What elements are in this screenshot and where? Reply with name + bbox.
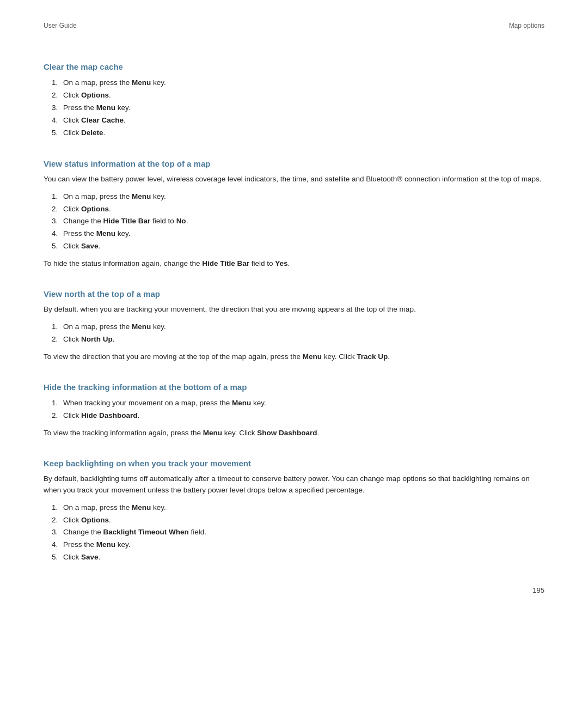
section-title-hide-tracking-info: Hide the tracking information at the bot… bbox=[44, 382, 544, 392]
step-item: Change the Backlight Timeout When field. bbox=[60, 526, 544, 539]
step-item: When tracking your movement on a map, pr… bbox=[60, 397, 544, 410]
section-intro-view-status-info: You can view the battery power level, wi… bbox=[44, 174, 544, 185]
step-item: Click Save. bbox=[60, 240, 544, 253]
section-note-view-status-info: To hide the status information again, ch… bbox=[44, 258, 544, 270]
section-note-hide-tracking-info: To view the tracking information again, … bbox=[44, 428, 544, 439]
section-view-north: View north at the top of a mapBy default… bbox=[44, 289, 544, 363]
step-item: Change the Hide Title Bar field to No. bbox=[60, 215, 544, 228]
step-item: On a map, press the Menu key. bbox=[60, 321, 544, 333]
step-item: On a map, press the Menu key. bbox=[60, 191, 544, 203]
step-item: Click Options. bbox=[60, 203, 544, 216]
section-title-clear-map-cache: Clear the map cache bbox=[44, 62, 544, 71]
section-title-view-status-info: View status information at the top of a … bbox=[44, 159, 544, 168]
section-steps-hide-tracking-info: When tracking your movement on a map, pr… bbox=[60, 397, 544, 422]
page-container: User Guide Map options Clear the map cac… bbox=[0, 0, 588, 616]
sections-container: Clear the map cacheOn a map, press the M… bbox=[44, 62, 544, 564]
section-note-view-north: To view the direction that you are movin… bbox=[44, 351, 544, 363]
section-steps-keep-backlighting: On a map, press the Menu key.Click Optio… bbox=[60, 502, 544, 564]
step-item: On a map, press the Menu key. bbox=[60, 77, 544, 89]
section-title-keep-backlighting: Keep backlighting on when you track your… bbox=[44, 459, 544, 468]
step-item: Press the Menu key. bbox=[60, 102, 544, 114]
header-right-label: Map options bbox=[509, 22, 544, 29]
section-clear-map-cache: Clear the map cacheOn a map, press the M… bbox=[44, 62, 544, 139]
section-intro-view-north: By default, when you are tracking your m… bbox=[44, 304, 544, 315]
section-view-status-info: View status information at the top of a … bbox=[44, 159, 544, 270]
step-item: Click Clear Cache. bbox=[60, 114, 544, 127]
section-keep-backlighting: Keep backlighting on when you track your… bbox=[44, 459, 544, 564]
section-steps-clear-map-cache: On a map, press the Menu key.Click Optio… bbox=[60, 77, 544, 139]
header-left-label: User Guide bbox=[44, 22, 77, 29]
section-title-view-north: View north at the top of a map bbox=[44, 289, 544, 299]
step-item: Click Delete. bbox=[60, 127, 544, 139]
step-item: Click Options. bbox=[60, 89, 544, 102]
section-steps-view-status-info: On a map, press the Menu key.Click Optio… bbox=[60, 191, 544, 253]
page-number: 195 bbox=[532, 586, 544, 594]
section-hide-tracking-info: Hide the tracking information at the bot… bbox=[44, 382, 544, 439]
step-item: Click Options. bbox=[60, 514, 544, 527]
section-steps-view-north: On a map, press the Menu key.Click North… bbox=[60, 321, 544, 346]
step-item: Press the Menu key. bbox=[60, 228, 544, 240]
step-item: On a map, press the Menu key. bbox=[60, 502, 544, 514]
page-header: User Guide Map options bbox=[44, 22, 544, 29]
section-intro-keep-backlighting: By default, backlighting turns off autom… bbox=[44, 473, 544, 496]
step-item: Click North Up. bbox=[60, 333, 544, 346]
step-item: Click Hide Dashboard. bbox=[60, 410, 544, 422]
step-item: Press the Menu key. bbox=[60, 539, 544, 551]
step-item: Click Save. bbox=[60, 551, 544, 564]
